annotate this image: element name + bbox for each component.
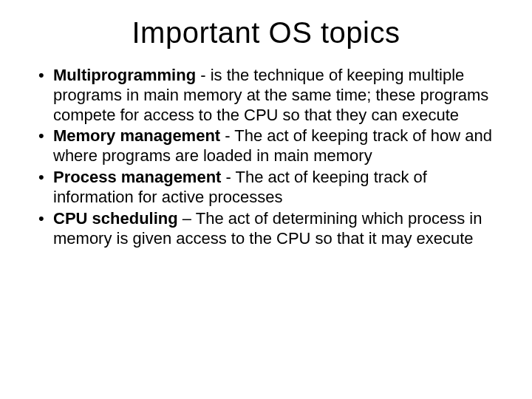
bullet-term: CPU scheduling [53, 209, 178, 228]
bullet-sep: – [178, 209, 196, 228]
bullet-term: Process management [53, 168, 221, 186]
bullet-list: Multiprogramming - is the technique of k… [31, 66, 501, 248]
bullet-sep: - [221, 168, 235, 186]
bullet-term: Memory management [53, 126, 220, 145]
list-item: Multiprogramming - is the technique of k… [35, 66, 494, 125]
slide-title: Important OS topics [31, 16, 501, 50]
list-item: Memory management - The act of keeping t… [35, 126, 494, 166]
bullet-term: Multiprogramming [53, 66, 196, 84]
slide: Important OS topics Multiprogramming - i… [0, 0, 532, 399]
bullet-sep: - [220, 126, 234, 145]
list-item: Process management - The act of keeping … [35, 168, 494, 208]
list-item: CPU scheduling – The act of determining … [35, 209, 494, 249]
bullet-sep: - [196, 66, 211, 84]
